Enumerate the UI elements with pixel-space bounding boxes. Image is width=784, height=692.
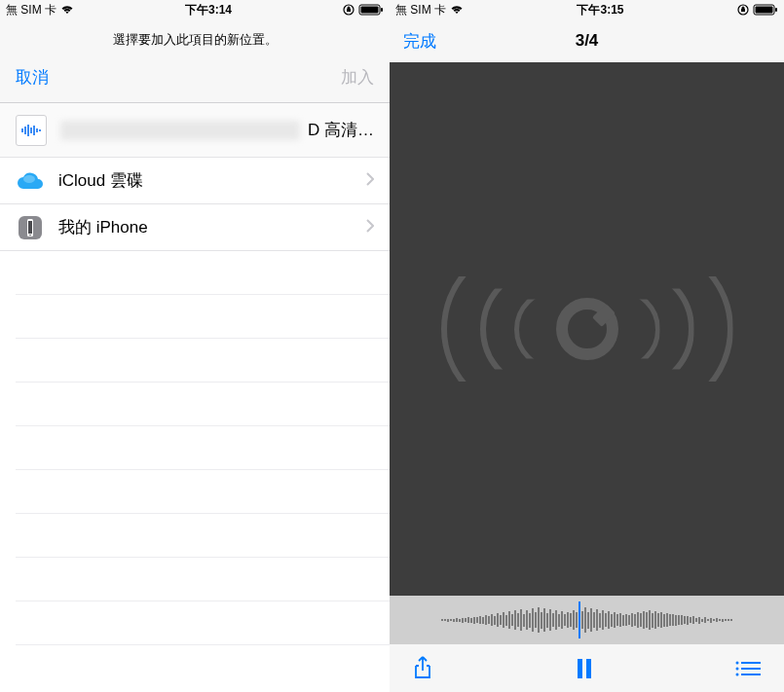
- svg-rect-6: [27, 125, 29, 136]
- file-item-row: D 高清…: [0, 103, 390, 158]
- chevron-right-icon: [366, 171, 374, 191]
- orientation-lock-icon: [343, 4, 355, 16]
- cloud-icon: [16, 166, 45, 196]
- share-button[interactable]: [413, 656, 432, 681]
- svg-rect-14: [28, 221, 32, 234]
- status-bar: 無 SIM 卡 下午3:14: [0, 0, 390, 19]
- waveform-scrubber[interactable]: [390, 596, 784, 644]
- svg-rect-19: [775, 8, 777, 12]
- waveform-bars: [441, 605, 732, 635]
- svg-rect-5: [24, 127, 26, 134]
- file-title-suffix: D 高清…: [308, 119, 374, 141]
- add-button: 加入: [341, 66, 374, 89]
- svg-rect-27: [741, 674, 761, 675]
- svg-point-26: [736, 673, 739, 675]
- file-title-redacted: [60, 121, 300, 140]
- location-icloud-drive[interactable]: iCloud 雲碟: [0, 158, 390, 204]
- svg-rect-23: [741, 662, 761, 664]
- svg-rect-9: [36, 128, 38, 132]
- playhead-indicator[interactable]: [579, 601, 580, 638]
- audio-file-icon: [16, 115, 47, 146]
- device-icon: [16, 213, 45, 242]
- wifi-icon: [450, 5, 464, 15]
- chevron-right-icon: [366, 218, 374, 237]
- clock: 下午3:15: [577, 2, 623, 18]
- svg-rect-2: [360, 7, 378, 14]
- svg-rect-8: [33, 126, 35, 135]
- svg-rect-7: [30, 127, 32, 133]
- location-my-iphone[interactable]: 我的 iPhone: [0, 204, 390, 251]
- orientation-lock-icon: [737, 4, 749, 16]
- carrier-label: 無 SIM 卡: [395, 2, 446, 18]
- location-label: 我的 iPhone: [58, 216, 366, 238]
- audio-player-area[interactable]: [390, 62, 784, 596]
- list-button[interactable]: [735, 660, 761, 677]
- quicktime-audio-icon: [470, 271, 704, 387]
- clock: 下午3:14: [185, 2, 232, 18]
- svg-rect-25: [741, 668, 761, 670]
- done-button[interactable]: 完成: [403, 30, 436, 53]
- status-bar: 無 SIM 卡 下午3:15: [390, 0, 784, 19]
- pause-button[interactable]: [576, 658, 593, 679]
- svg-rect-18: [755, 7, 772, 14]
- svg-rect-10: [39, 129, 41, 131]
- svg-rect-3: [381, 8, 383, 12]
- svg-rect-4: [21, 128, 23, 132]
- location-label: iCloud 雲碟: [58, 169, 366, 192]
- svg-point-22: [736, 661, 739, 664]
- cancel-button[interactable]: 取消: [16, 66, 49, 89]
- svg-rect-21: [586, 659, 591, 678]
- player-nav-bar: 完成 3/4: [390, 19, 784, 62]
- svg-point-24: [736, 667, 739, 670]
- svg-rect-20: [578, 659, 582, 678]
- battery-icon: [358, 4, 384, 16]
- svg-point-11: [23, 175, 35, 183]
- item-counter: 3/4: [390, 31, 784, 51]
- carrier-label: 無 SIM 卡: [6, 2, 56, 18]
- battery-icon: [753, 4, 778, 16]
- nav-bar: 取消 加入: [0, 58, 390, 103]
- player-toolbar: [390, 644, 784, 692]
- svg-point-15: [29, 234, 31, 236]
- empty-list-area: [0, 251, 390, 645]
- prompt-message: 選擇要加入此項目的新位置。: [0, 19, 390, 58]
- wifi-icon: [60, 5, 74, 15]
